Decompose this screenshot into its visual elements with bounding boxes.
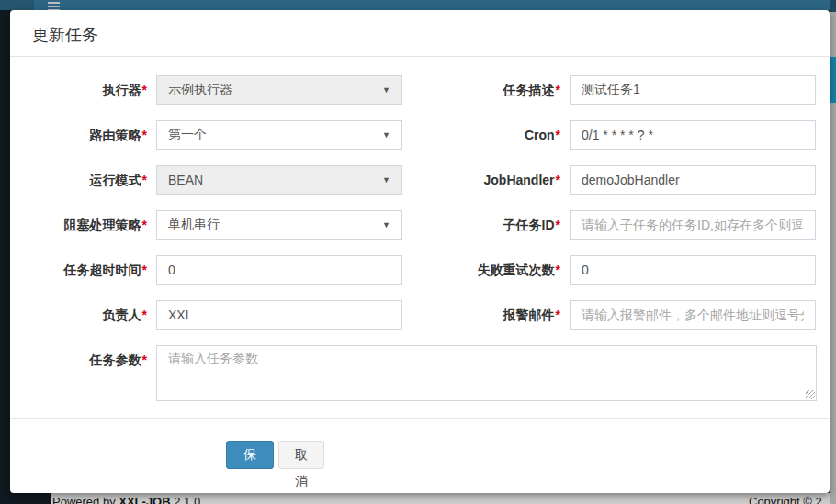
author-input[interactable] xyxy=(156,300,402,330)
job-param-textarea[interactable] xyxy=(156,345,817,401)
update-task-modal: 更新任务 执行器* 示例执行器 ▼ 任务描述* 路由策略* 第一个 ▼ Cron… xyxy=(10,10,830,493)
scrollbar-thumb[interactable] xyxy=(830,57,836,103)
save-button[interactable]: 保存 xyxy=(226,441,274,469)
cron-input[interactable] xyxy=(570,120,816,150)
footer-copyright: Copyright © 2 xyxy=(749,495,822,504)
fail-retry-input[interactable] xyxy=(570,255,816,285)
glue-type-select: BEAN ▼ xyxy=(156,165,402,195)
route-strategy-select[interactable]: 第一个 ▼ xyxy=(156,120,402,150)
block-strategy-value: 单机串行 xyxy=(168,217,220,233)
field-label-executor: 执行器* xyxy=(10,75,147,105)
timeout-input[interactable] xyxy=(156,255,402,285)
jobhandler-input[interactable] xyxy=(570,165,816,195)
field-label-glue-type: 运行模式* xyxy=(10,165,147,195)
field-label-fail-retry: 失败重试次数* xyxy=(423,255,560,285)
page-scrollbar[interactable] xyxy=(830,12,836,504)
sidebar-edge xyxy=(0,493,51,504)
glue-type-value: BEAN xyxy=(168,173,203,187)
chevron-down-icon: ▼ xyxy=(382,85,390,95)
field-label-alarm-email: 报警邮件* xyxy=(423,300,560,330)
page-footer: Powered by XXL-JOB 2.1.0 Copyright © 2 xyxy=(51,493,830,504)
field-label-block-strategy: 阻塞处理策略* xyxy=(10,210,147,240)
chevron-down-icon: ▼ xyxy=(382,130,390,140)
chevron-down-icon: ▼ xyxy=(382,175,390,185)
modal-title: 更新任务 xyxy=(32,25,98,45)
cancel-button[interactable]: 取消 xyxy=(278,441,324,469)
executor-select: 示例执行器 ▼ xyxy=(156,75,402,105)
block-strategy-select[interactable]: 单机串行 ▼ xyxy=(156,210,402,240)
top-navbar xyxy=(0,0,836,10)
field-label-child-jobid: 子任务ID* xyxy=(423,210,560,240)
field-label-timeout: 任务超时时间* xyxy=(10,255,147,285)
executor-select-value: 示例执行器 xyxy=(168,82,232,98)
footer-powered-prefix: Powered by xyxy=(52,495,119,504)
job-desc-input[interactable] xyxy=(570,75,816,105)
modal-footer-divider xyxy=(10,418,830,419)
field-label-route-strategy: 路由策略* xyxy=(10,120,147,150)
footer-version: 2.1.0 xyxy=(171,495,201,504)
alarm-email-input[interactable] xyxy=(570,300,816,330)
navbar-corner xyxy=(830,0,836,12)
field-label-job-param: 任务参数* xyxy=(10,345,147,375)
chevron-down-icon: ▼ xyxy=(382,220,390,230)
field-label-author: 负责人* xyxy=(10,300,147,330)
modal-header-divider xyxy=(10,56,830,57)
route-strategy-value: 第一个 xyxy=(168,127,207,143)
footer-brand: XXL-JOB xyxy=(119,495,170,504)
footer-powered-by: Powered by XXL-JOB 2.1.0 xyxy=(52,495,200,504)
field-label-jobhandler: JobHandler* xyxy=(423,165,560,195)
navbar-logo-area xyxy=(0,0,34,10)
field-label-cron: Cron* xyxy=(423,120,560,150)
field-label-job-desc: 任务描述* xyxy=(423,75,560,105)
hamburger-icon[interactable] xyxy=(48,0,61,10)
child-jobid-input[interactable] xyxy=(570,210,816,240)
